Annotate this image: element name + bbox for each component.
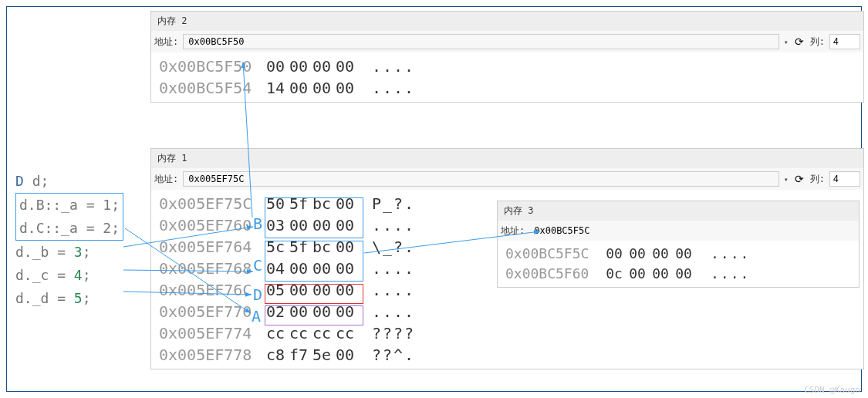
memory-1-address-bar: 地址: 0x005EF75C ▾ ⟳ 列: (151, 168, 863, 190)
label-D: D (253, 285, 262, 304)
code-box-highlight: d.B::_a = 1; d.C::_a = 2; (15, 193, 123, 241)
code-line-2: d.B::_a = 1; (19, 194, 120, 217)
column-label: 列: (810, 173, 825, 186)
memory-panel-2: 内存 2 地址: 0x00BC5F50 ▾ ⟳ 列: 0x00BC5F50 00… (150, 11, 864, 103)
address-input-mem3[interactable]: 0x00BC5F5C (529, 224, 594, 238)
memory-1-title: 内存 1 (151, 149, 863, 168)
memory-row: 0x00BC5F600c000000.... (505, 264, 851, 284)
column-input-mem2[interactable] (829, 34, 860, 49)
code-line-6: d._d = 5; (15, 287, 123, 310)
label-A: A (252, 307, 261, 325)
code-line-3: d.C::_a = 2; (19, 217, 120, 240)
memory-row: 0x00BC5F54 14000000 .... (159, 77, 856, 99)
memory-3-address-bar: 地址: 0x00BC5F5C (498, 221, 859, 241)
code-line-1: D d; (15, 170, 123, 193)
address-input-mem2[interactable]: 0x00BC5F50 (183, 34, 779, 49)
address-label: 地址: (501, 224, 525, 238)
memory-2-body: 0x00BC5F50 00000000 .... 0x00BC5F54 1400… (151, 52, 863, 102)
memory-row: 0x005EF77002000000.... (159, 301, 856, 322)
label-C: C (253, 256, 262, 275)
memory-row: 0x00BC5F50 00000000 .... (159, 56, 856, 77)
watermark: CSDN @Kaugo (804, 385, 860, 395)
code-line-4: d._b = 3; (15, 241, 123, 264)
label-B: B (253, 214, 262, 233)
dropdown-icon[interactable]: ▾ (784, 175, 789, 184)
address-label: 地址: (154, 173, 178, 186)
refresh-icon[interactable]: ⟳ (793, 173, 806, 185)
memory-row: 0x005EF774cccccccc???? (159, 322, 856, 344)
code-line-5: d._c = 4; (15, 264, 123, 287)
var-d: d; (32, 173, 49, 189)
memory-panel-3: 内存 3 地址: 0x00BC5F5C 0x00BC5F5C00000000..… (497, 201, 860, 288)
memory-2-address-bar: 地址: 0x00BC5F50 ▾ ⟳ 列: (151, 31, 863, 52)
address-input-mem1[interactable]: 0x005EF75C (183, 171, 779, 187)
memory-row: 0x00BC5F5C00000000.... (505, 244, 851, 264)
memory-2-title: 内存 2 (151, 12, 863, 31)
type-D: D (15, 173, 24, 189)
memory-row: 0x005EF778c8f75e00??^. (159, 344, 856, 366)
address-label: 地址: (154, 35, 178, 49)
refresh-icon[interactable]: ⟳ (793, 35, 806, 48)
dropdown-icon[interactable]: ▾ (784, 38, 789, 46)
code-section: D d; d.B::_a = 1; d.C::_a = 2; d._b = 3;… (15, 170, 123, 310)
column-label: 列: (810, 35, 825, 49)
column-input-mem1[interactable] (829, 171, 860, 187)
memory-3-body: 0x00BC5F5C00000000.... 0x00BC5F600c00000… (498, 241, 859, 287)
memory-3-title: 内存 3 (498, 201, 859, 221)
